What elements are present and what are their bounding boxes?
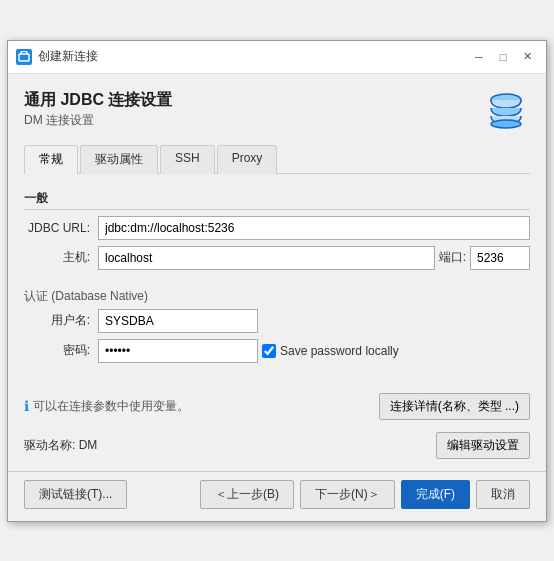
connection-details-button[interactable]: 连接详情(名称、类型 ...)	[379, 393, 530, 420]
close-button[interactable]: ✕	[516, 47, 538, 67]
window-icon	[16, 49, 32, 65]
svg-point-2	[491, 120, 521, 128]
password-group: 密码: Save password locally	[24, 339, 530, 363]
tab-proxy[interactable]: Proxy	[217, 145, 278, 174]
auth-label: 认证 (Database Native)	[24, 288, 530, 305]
info-icon: ℹ	[24, 398, 29, 414]
footer-left: 测试链接(T)...	[24, 480, 127, 509]
password-input[interactable]	[98, 339, 258, 363]
jdbc-url-label: JDBC URL:	[24, 221, 94, 235]
maximize-button[interactable]: □	[492, 47, 514, 67]
host-port-group: 主机: 端口:	[24, 246, 530, 270]
auth-section: 认证 (Database Native) 用户名: 密码: Save passw…	[24, 288, 530, 369]
tab-driver[interactable]: 驱动属性	[80, 145, 158, 174]
next-button[interactable]: 下一步(N)＞	[300, 480, 395, 509]
footer: 测试链接(T)... ＜上一步(B) 下一步(N)＞ 完成(F) 取消	[8, 471, 546, 521]
port-input[interactable]	[470, 246, 530, 270]
test-connection-button[interactable]: 测试链接(T)...	[24, 480, 127, 509]
cancel-button[interactable]: 取消	[476, 480, 530, 509]
header-row: 通用 JDBC 连接设置 DM 连接设置	[24, 86, 530, 134]
password-label: 密码:	[24, 342, 94, 359]
footer-right: ＜上一步(B) 下一步(N)＞ 完成(F) 取消	[200, 480, 530, 509]
main-content: 通用 JDBC 连接设置 DM 连接设置 常规 驱动属性	[8, 74, 546, 471]
tabs: 常规 驱动属性 SSH Proxy	[24, 144, 530, 174]
svg-rect-0	[19, 54, 29, 61]
back-button[interactable]: ＜上一步(B)	[200, 480, 294, 509]
username-label: 用户名:	[24, 312, 94, 329]
host-port-row: 端口:	[98, 246, 530, 270]
host-label: 主机:	[24, 249, 94, 266]
info-row: ℹ 可以在连接参数中使用变量。 连接详情(名称、类型 ...)	[24, 393, 530, 420]
sub-title: DM 连接设置	[24, 112, 172, 129]
window-title: 创建新连接	[38, 48, 468, 65]
tab-general[interactable]: 常规	[24, 145, 78, 174]
finish-button[interactable]: 完成(F)	[401, 480, 470, 509]
driver-row: 驱动名称: DM 编辑驱动设置	[24, 432, 530, 459]
edit-driver-button[interactable]: 编辑驱动设置	[436, 432, 530, 459]
header-text: 通用 JDBC 连接设置 DM 连接设置	[24, 90, 172, 129]
main-window: 创建新连接 ─ □ ✕ 通用 JDBC 连接设置 DM 连接设置	[7, 40, 547, 522]
db-icon	[482, 86, 530, 134]
jdbc-url-group: JDBC URL:	[24, 216, 530, 240]
window-controls: ─ □ ✕	[468, 47, 538, 67]
main-title: 通用 JDBC 连接设置	[24, 90, 172, 111]
save-password-row: Save password locally	[262, 344, 399, 358]
title-bar: 创建新连接 ─ □ ✕	[8, 41, 546, 74]
info-text: ℹ 可以在连接参数中使用变量。	[24, 398, 189, 415]
save-password-label: Save password locally	[280, 344, 399, 358]
general-section-label: 一般	[24, 190, 530, 210]
jdbc-url-input[interactable]	[98, 216, 530, 240]
username-group: 用户名:	[24, 309, 530, 333]
username-input[interactable]	[98, 309, 258, 333]
minimize-button[interactable]: ─	[468, 47, 490, 67]
save-password-checkbox[interactable]	[262, 344, 276, 358]
host-input[interactable]	[98, 246, 435, 270]
port-label: 端口:	[439, 249, 466, 266]
general-section: 一般 JDBC URL: 主机: 端口:	[24, 190, 530, 276]
tab-ssh[interactable]: SSH	[160, 145, 215, 174]
driver-name: 驱动名称: DM	[24, 437, 97, 454]
